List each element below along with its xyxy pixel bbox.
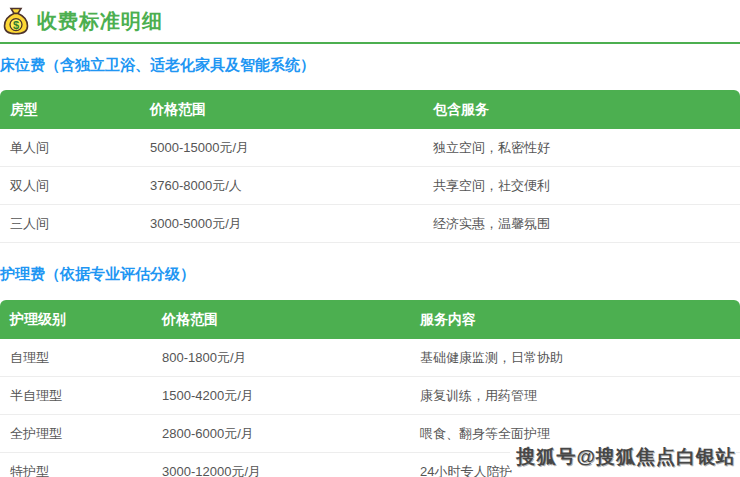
table-row: 单人间5000-15000元/月独立空间，私密性好 <box>0 129 740 167</box>
table-cell: 经济实惠，温馨氛围 <box>423 205 740 243</box>
table-cell: 基础健康监测，日常协助 <box>410 339 740 377</box>
table-cell: 800-1800元/月 <box>152 339 410 377</box>
table-cell: 5000-15000元/月 <box>140 129 423 167</box>
table-cell: 自理型 <box>0 339 152 377</box>
table-header-row: 房型价格范围包含服务 <box>0 90 740 129</box>
column-header: 价格范围 <box>152 300 410 339</box>
table-row: 半自理型1500-4200元/月康复训练，用药管理 <box>0 377 740 415</box>
table-cell: 特护型 <box>0 453 152 477</box>
table-cell: 3000-12000元/月 <box>152 453 410 477</box>
table-cell: 3760-8000元/人 <box>140 167 423 205</box>
bed-fee-table-body: 单人间5000-15000元/月独立空间，私密性好双人间3760-8000元/人… <box>0 129 740 243</box>
column-header: 护理级别 <box>0 300 152 339</box>
table-cell: 三人间 <box>0 205 140 243</box>
column-header: 房型 <box>0 90 140 129</box>
table-cell: 康复训练，用药管理 <box>410 377 740 415</box>
table-row: 三人间3000-5000元/月经济实惠，温馨氛围 <box>0 205 740 243</box>
page-header: $ 收费标准明细 <box>0 0 740 44</box>
fee-standard-page: $ 收费标准明细 床位费（含独立卫浴、适老化家具及智能系统） 房型价格范围包含服… <box>0 0 740 477</box>
column-header: 包含服务 <box>423 90 740 129</box>
table-row: 自理型800-1800元/月基础健康监测，日常协助 <box>0 339 740 377</box>
watermark: 搜狐号@搜狐焦点白银站 <box>510 444 736 470</box>
section-heading-nursing-fee: 护理费（依据专业评估分级） <box>0 265 740 284</box>
table-cell: 双人间 <box>0 167 140 205</box>
table-row: 双人间3760-8000元/人共享空间，社交便利 <box>0 167 740 205</box>
svg-text:$: $ <box>13 19 19 31</box>
column-header: 服务内容 <box>410 300 740 339</box>
section-bed-fee: 床位费（含独立卫浴、适老化家具及智能系统） 房型价格范围包含服务 单人间5000… <box>0 56 740 243</box>
page-title: 收费标准明细 <box>37 8 163 35</box>
column-header: 价格范围 <box>140 90 423 129</box>
bed-fee-table: 房型价格范围包含服务 单人间5000-15000元/月独立空间，私密性好双人间3… <box>0 90 740 243</box>
table-cell: 3000-5000元/月 <box>140 205 423 243</box>
table-cell: 半自理型 <box>0 377 152 415</box>
table-cell: 独立空间，私密性好 <box>423 129 740 167</box>
section-heading-bed-fee: 床位费（含独立卫浴、适老化家具及智能系统） <box>0 56 740 75</box>
table-cell: 全护理型 <box>0 415 152 453</box>
table-cell: 1500-4200元/月 <box>152 377 410 415</box>
money-bag-icon: $ <box>3 7 29 35</box>
table-header-row: 护理级别价格范围服务内容 <box>0 300 740 339</box>
table-cell: 单人间 <box>0 129 140 167</box>
table-cell: 共享空间，社交便利 <box>423 167 740 205</box>
table-cell: 2800-6000元/月 <box>152 415 410 453</box>
